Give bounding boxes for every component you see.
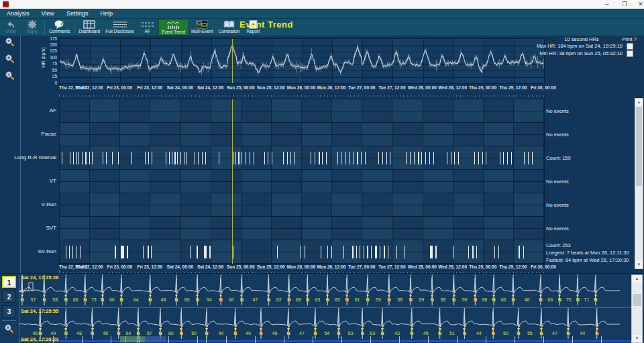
time-label: Thu 29, 00:00	[469, 85, 496, 90]
ecg-strip-panel: Sat 24, 17:25:26NNNNNNNNNNNNNNNNNNNNNNNN…	[0, 273, 644, 343]
event-mark	[66, 246, 66, 258]
event-mark	[204, 246, 207, 258]
window-maximize-button[interactable]: ❐	[617, 0, 632, 9]
scroll-up-arrow[interactable]: ▲	[635, 99, 643, 106]
strip-scrollbar-thumb[interactable]	[633, 294, 641, 306]
toolbar-button-correlation[interactable]: Correlation	[215, 19, 242, 36]
window-minimize-button[interactable]: –	[600, 0, 614, 9]
event-mark	[76, 152, 77, 164]
toolbar-button-multi-event[interactable]: Multi-Event	[189, 19, 216, 36]
toolbar-button-label: Report	[246, 29, 260, 34]
toolbar-button-apply[interactable]: Apply	[21, 19, 43, 36]
event-row-af[interactable]	[60, 99, 544, 123]
beat-label: N	[117, 331, 120, 336]
strip-select-button-2[interactable]: 2	[2, 291, 16, 303]
beat-interval-value: 73	[91, 297, 97, 302]
beat-label: N	[337, 331, 340, 336]
zoom-reset-icon[interactable]	[5, 70, 15, 81]
event-row-label: Long R-R Interval	[0, 154, 56, 160]
event-info-line: No events	[546, 107, 633, 115]
beat-interval-value: 60	[229, 297, 234, 302]
event-mark	[89, 152, 90, 164]
toolbar-button-dashboard[interactable]: Dashboard	[76, 19, 103, 36]
event-mark	[361, 152, 362, 164]
scroll-down-arrow[interactable]: ▼	[635, 261, 643, 268]
print-max-hr-checkbox[interactable]	[627, 43, 633, 50]
ecg-strip[interactable]: Sat 24, 17:26:23	[19, 336, 631, 343]
strip-scrollbar[interactable]: ▲ ▼	[631, 275, 643, 343]
beat-interval-value: 48	[103, 331, 108, 336]
beat-interval-value: 60	[184, 297, 190, 302]
event-mark	[92, 152, 93, 164]
event-mark	[277, 246, 278, 258]
toolbar-button-label: Apply	[27, 29, 38, 34]
beat-label: N	[233, 331, 237, 336]
beat-label: N	[91, 331, 94, 336]
event-info-line: No events	[546, 178, 633, 185]
menu-item-settings[interactable]: Settings	[66, 10, 89, 17]
event-info-line: Count: 159	[546, 154, 633, 162]
beat-interval-value: 49	[246, 331, 251, 336]
event-row-v-run[interactable]	[60, 193, 544, 217]
menu-item-help[interactable]: Help	[100, 10, 113, 17]
menu-item-view[interactable]: View	[42, 10, 54, 17]
beat-interval-value: 68	[482, 297, 487, 302]
event-row-svt[interactable]	[60, 217, 544, 240]
time-label: Wed 28, 12:00	[438, 264, 467, 269]
time-label: Fri 23, 00:00	[107, 264, 132, 269]
toolbar-button-event-trend[interactable]: Event Trend	[158, 19, 189, 36]
toolbar-button-full-disclosure[interactable]: Full Disclosure	[103, 19, 137, 36]
event-mark	[388, 246, 388, 258]
menu-item-analysis[interactable]: Analysis	[7, 10, 30, 17]
beat-interval-value: 46	[33, 331, 38, 336]
event-info-line: No events	[546, 131, 633, 138]
event-trend-grid[interactable]	[59, 99, 545, 264]
event-mark	[396, 246, 397, 258]
strip-scroll-up-arrow[interactable]: ▲	[632, 275, 642, 283]
event-row-sv-run[interactable]	[60, 240, 544, 264]
event-mark	[451, 152, 451, 164]
event-mark	[421, 152, 422, 164]
event-mark	[327, 246, 328, 258]
strip-select-button-3[interactable]: 3	[2, 305, 16, 317]
print-min-hr-checkbox[interactable]	[627, 50, 633, 57]
time-cursor	[232, 99, 233, 264]
event-row-pause[interactable]	[60, 123, 544, 146]
zoom-pan-icon[interactable]	[5, 54, 15, 64]
event-mark	[127, 246, 128, 258]
time-label: Mon 26, 12:00	[317, 85, 346, 90]
event-row-long-r-r-interval[interactable]	[60, 146, 544, 170]
event-mark	[197, 246, 198, 258]
hr-trend-chart[interactable]	[59, 38, 545, 84]
strip-select-button-1[interactable]: 1	[2, 276, 16, 288]
beat-label: N	[20, 297, 23, 302]
event-mark	[532, 152, 533, 164]
beat-interval-value: 70	[566, 297, 572, 302]
ecg-strips[interactable]: Sat 24, 17:25:26NNNNNNNNNNNNNNNNNNNNNNNN…	[19, 274, 631, 343]
beat-interval-value: 59	[419, 297, 424, 302]
event-scrollbar[interactable]: ▲ ▼	[635, 98, 643, 269]
event-mark	[331, 246, 332, 258]
event-row-vt[interactable]	[60, 170, 544, 193]
event-mark	[482, 152, 483, 164]
beat-label: N	[539, 331, 543, 336]
toolbar-button-comments[interactable]: Comments	[46, 19, 72, 36]
apply-gear-icon	[28, 19, 37, 29]
toolbar-button-label: Full Disclosure	[105, 29, 134, 34]
event-mark	[360, 246, 360, 258]
toolbar-button-undo[interactable]: Undo	[0, 19, 21, 36]
toolbar-button-af[interactable]: AF	[137, 19, 158, 36]
strip-zoom-icon[interactable]	[4, 324, 14, 336]
event-mark	[494, 246, 495, 258]
time-label: Mon 26, 12:00	[317, 264, 346, 269]
zoom-in-icon[interactable]	[5, 37, 15, 47]
event-mark	[341, 152, 341, 164]
strip-scroll-down-arrow[interactable]: ▼	[632, 335, 642, 342]
ecg-strip[interactable]: Sat 24, 17:25:26NNNNNNNNNNNNNNNNNNNNNNNN…	[19, 275, 631, 308]
window-close-button[interactable]: ✕	[633, 0, 644, 9]
toolbar-button-label: AF	[145, 29, 150, 34]
event-mark	[498, 246, 499, 258]
beat-interval-value: 44	[133, 297, 139, 302]
beat-interval-value: 62	[276, 297, 282, 302]
event-scrollbar-thumb[interactable]	[636, 107, 642, 186]
